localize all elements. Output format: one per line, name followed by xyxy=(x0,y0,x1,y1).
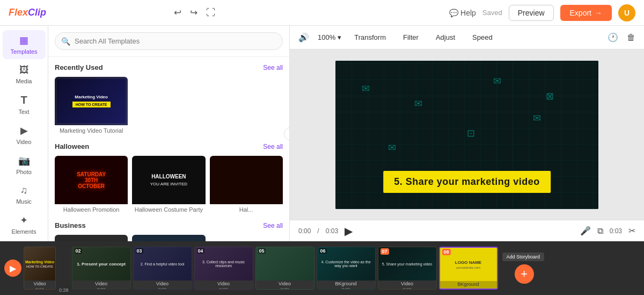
avatar[interactable]: U xyxy=(618,4,635,21)
halloween-grid: SATURDAY30THOCTOBER Halloween Promotion … xyxy=(55,156,283,213)
timeline-clip-4[interactable]: 04 3. Collect clips and music resources … xyxy=(194,247,253,290)
play-button[interactable]: ▶ xyxy=(345,225,353,238)
business-title: Business xyxy=(55,221,86,229)
template-thumb-halloween3 xyxy=(210,156,283,204)
clip-1-time: 0:28 xyxy=(58,287,70,295)
recently-used-title: Recently Used xyxy=(55,63,103,71)
sidebar-item-templates[interactable]: ▦ Templates xyxy=(3,30,46,59)
topbar: FlexClip Untitled ↩ ↪ ⛶ 💬 Help Saved Pre… xyxy=(0,0,644,26)
topbar-actions: ↩ ↪ ⛶ xyxy=(172,5,217,20)
preview-button[interactable]: Preview xyxy=(509,5,554,21)
float-icon-2: ✉ xyxy=(414,98,422,110)
sidebar-item-photo[interactable]: 📷 Photo xyxy=(3,150,46,179)
timeline-clip-5[interactable]: 05 Video 0:03 xyxy=(255,247,314,290)
business-see-all[interactable]: See all xyxy=(263,222,283,229)
template-card-biz2[interactable] xyxy=(132,235,205,241)
template-card-halloween-party[interactable]: HALLOWEENYOU ARE INVITED Halloween Costu… xyxy=(132,156,205,213)
templates-icon: ▦ xyxy=(19,34,28,46)
timeline-clip-1[interactable]: Marketing Video HOW TO CREATE Video 0:04 xyxy=(24,247,56,290)
template-label-marketing: Marketing Video Tutorial xyxy=(55,127,128,134)
template-card-halloween-3[interactable]: Hal... xyxy=(210,156,283,213)
clip-duration-7: 0:03 xyxy=(378,287,436,290)
search-icon: 🔍 xyxy=(61,37,70,46)
add-storyboard-tooltip: Add Storyboard xyxy=(502,253,545,261)
timeline-play-button[interactable]: ▶ xyxy=(4,260,21,277)
add-clip-button[interactable]: + xyxy=(515,264,534,284)
sidebar-item-elements[interactable]: ✦ Elements xyxy=(3,210,46,239)
clip-duration-3: 0:03 xyxy=(134,287,192,290)
timeline-clip-2[interactable]: 02 1. Present your concept Video 0:03 xyxy=(72,247,131,290)
history-button[interactable]: 🕐 xyxy=(608,32,618,42)
adjust-button[interactable]: Adjust xyxy=(431,31,459,44)
halloween-see-all[interactable]: See all xyxy=(263,143,283,150)
float-icon-1: ✉ xyxy=(362,83,370,95)
float-icon-3: ✉ xyxy=(493,75,501,87)
business-header: Business See all xyxy=(55,221,283,229)
template-card-halloween-promo[interactable]: SATURDAY30THOCTOBER Halloween Promotion xyxy=(55,156,128,213)
business-grid xyxy=(55,235,283,241)
sidebar-item-text[interactable]: T Text xyxy=(3,90,46,119)
template-thumb-halloween1: SATURDAY30THOCTOBER xyxy=(55,156,128,204)
cut-button[interactable]: ✂ xyxy=(628,226,635,236)
help-icon: 💬 xyxy=(449,9,458,17)
clip-label-8: BKground xyxy=(440,281,497,287)
microphone-button[interactable]: 🎤 xyxy=(580,226,591,236)
help-button[interactable]: 💬 Help xyxy=(449,9,476,17)
transform-button[interactable]: Transform xyxy=(350,31,390,44)
canvas-area: 🔊 100% ▾ Transform Filter Adjust Speed 🕐… xyxy=(290,26,644,241)
timeline-clip-7[interactable]: 07 5. Share your marketing video Video 0… xyxy=(378,247,437,290)
clip-number-2: 02 xyxy=(75,248,82,254)
sidebar-item-media[interactable]: 🖼 Media xyxy=(3,60,46,89)
recently-used-grid: Marketing Video HOW TO CREATE Marketing … xyxy=(55,77,283,134)
timeline-clip-8[interactable]: 08 LOGO NAME yourwebsite.com BKground 0:… xyxy=(439,247,498,290)
template-label-halloween-party: Halloween Costume Party xyxy=(132,206,205,213)
float-icon-6: ⊡ xyxy=(467,127,475,139)
zoom-control[interactable]: 100% ▾ xyxy=(318,33,341,41)
templates-panel: 🔍 Recently Used See all Marketing Video xyxy=(48,26,290,241)
sidebar-label-photo: Photo xyxy=(16,169,32,175)
fullscreen-button[interactable]: ⛶ xyxy=(204,5,217,20)
time-current: 0:00 xyxy=(298,227,311,235)
template-thumb-biz2 xyxy=(132,235,205,241)
timeline-clip-6[interactable]: 06 4. Customize the video as the way you… xyxy=(317,247,376,290)
video-controls: 0:00 / 0:03 ▶ 🎤 ⧉ 0:03 ✂ xyxy=(290,220,644,241)
split-button[interactable]: ⧉ xyxy=(597,226,603,236)
timeline-clip-3[interactable]: 03 2. Find a helpful video tool Video 0:… xyxy=(133,247,192,290)
template-card-biz1[interactable] xyxy=(55,235,128,241)
sidebar-nav: ▦ Templates 🖼 Media T Text ▶ Video 📷 Pho… xyxy=(0,26,48,241)
undo-button[interactable]: ↩ xyxy=(172,5,184,20)
redo-button[interactable]: ↪ xyxy=(188,5,200,20)
template-card-marketing-video[interactable]: Marketing Video HOW TO CREATE Marketing … xyxy=(55,77,128,134)
filter-button[interactable]: Filter xyxy=(399,31,423,44)
document-title[interactable]: Untitled xyxy=(63,8,165,17)
media-icon: 🖼 xyxy=(19,64,29,76)
export-button[interactable]: Export → xyxy=(560,5,612,21)
sidebar-item-video[interactable]: ▶ Video xyxy=(3,120,46,149)
clip-number-3: 03 xyxy=(136,248,143,254)
clip-duration-4: 0:03 xyxy=(195,287,253,290)
export-label: Export xyxy=(570,9,591,17)
halloween-header: Halloween See all xyxy=(55,142,283,150)
clip-duration-5: 0:03 xyxy=(256,287,314,290)
recently-used-see-all[interactable]: See all xyxy=(263,64,283,71)
clip-thumb-1: Marketing Video HOW TO CREATE xyxy=(24,247,55,280)
search-input[interactable] xyxy=(55,32,283,50)
sidebar-label-media: Media xyxy=(16,78,32,84)
help-label: Help xyxy=(460,9,476,17)
sidebar-label-video: Video xyxy=(17,139,32,145)
export-arrow-icon: → xyxy=(595,9,602,17)
delete-button[interactable]: 🗑 xyxy=(627,33,635,42)
sidebar-label-templates: Templates xyxy=(10,48,37,55)
speed-button[interactable]: Speed xyxy=(468,31,497,44)
clip-label-2: Video xyxy=(72,280,130,287)
timeline: ▶ Marketing Video HOW TO CREATE Video 0:… xyxy=(0,241,644,295)
clip-number-7: 07 xyxy=(380,248,389,255)
sidebar-label-music: Music xyxy=(16,198,32,205)
sidebar-item-music[interactable]: ♫ Music xyxy=(3,181,46,209)
clip-duration-1: 0:04 xyxy=(24,287,55,290)
video-overlay-text: 5. Share your marketing video xyxy=(383,171,551,193)
saved-status: Saved xyxy=(482,9,502,17)
float-icon-5: ✉ xyxy=(388,142,396,154)
volume-button[interactable]: 🔊 xyxy=(298,32,309,42)
clip-number-6: 06 xyxy=(319,248,327,254)
